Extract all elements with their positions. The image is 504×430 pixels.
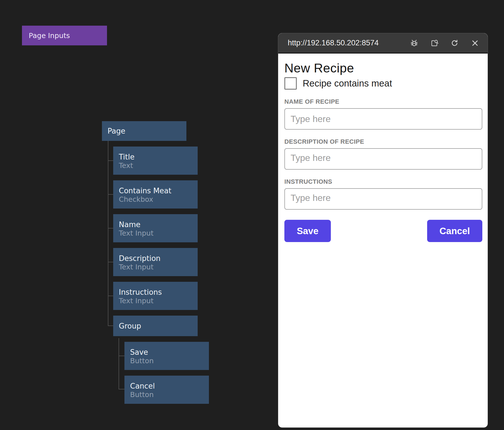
tree-node-contains-meat[interactable]: Contains Meat Checkbox: [113, 180, 198, 209]
contains-meat-checkbox[interactable]: [284, 77, 297, 90]
tree-node-cancel[interactable]: Cancel Button: [124, 376, 209, 404]
tree-node-title[interactable]: Title Text: [113, 147, 198, 175]
name-field-label: NAME OF RECIPE: [284, 98, 482, 105]
tree-node-label: Page: [108, 127, 125, 135]
debug-icon[interactable]: [410, 39, 418, 47]
tree-node-label: Group: [119, 322, 141, 330]
button-row: Save Cancel: [284, 220, 482, 242]
tree-node-type: Button: [130, 356, 203, 365]
instructions-field-label: INSTRUCTIONS: [284, 178, 482, 185]
tree-node-label: Name: [119, 220, 192, 229]
tree-connector-tick: [108, 262, 113, 262]
tree-node-label: Contains Meat: [119, 187, 192, 195]
tree-node-label: Save: [130, 348, 203, 356]
tree-connector-line-group: [119, 338, 119, 389]
tree-connector-tick: [119, 356, 124, 356]
tree-node-label: Description: [119, 254, 192, 263]
tree-node-type: Text: [119, 161, 192, 170]
refresh-icon[interactable]: [451, 39, 459, 47]
tree-connector-tick: [108, 160, 113, 161]
page-title: New Recipe: [284, 61, 482, 75]
tree-node-page[interactable]: Page: [102, 121, 186, 141]
tree-node-save[interactable]: Save Button: [124, 342, 209, 370]
titlebar-icon-row: [410, 39, 479, 47]
preview-window: http://192.168.50.202:8574: [278, 33, 488, 427]
close-icon[interactable]: [471, 39, 479, 47]
contains-meat-row: Recipe contains meat: [284, 77, 482, 90]
tree-node-label: Cancel: [130, 382, 203, 390]
contains-meat-label: Recipe contains meat: [303, 78, 392, 89]
tree-node-label: Title: [119, 153, 192, 161]
tree-node-type: Checkbox: [119, 195, 192, 204]
preview-content: New Recipe Recipe contains meat NAME OF …: [278, 54, 488, 242]
description-field-label: DESCRIPTION OF RECIPE: [284, 138, 482, 145]
instructions-input[interactable]: [284, 188, 482, 210]
tree-connector-tick: [108, 228, 113, 229]
save-button[interactable]: Save: [284, 220, 331, 242]
url-text[interactable]: http://192.168.50.202:8574: [288, 39, 379, 47]
tree-connector-tick: [108, 296, 113, 296]
tree-node-type: Text Input: [119, 263, 192, 271]
tree-node-description[interactable]: Description Text Input: [113, 248, 198, 276]
tree-connector-tick: [108, 325, 113, 326]
cancel-button[interactable]: Cancel: [427, 220, 482, 242]
tree-node-group[interactable]: Group: [113, 316, 198, 336]
tree-node-type: Button: [130, 390, 203, 399]
tree-node-instructions[interactable]: Instructions Text Input: [113, 282, 198, 310]
inspect-icon[interactable]: [430, 39, 439, 47]
tree-connector-tick: [108, 194, 113, 195]
preview-titlebar: http://192.168.50.202:8574: [278, 33, 488, 54]
tree-node-type: Text Input: [119, 296, 192, 305]
tree-node-type: Text Input: [119, 229, 192, 238]
tree-node-name[interactable]: Name Text Input: [113, 214, 198, 242]
description-input[interactable]: [284, 148, 482, 170]
name-input[interactable]: [284, 108, 482, 130]
tree-node-label: Instructions: [119, 288, 192, 296]
tree-connector-tick: [119, 389, 124, 389]
tree-connector-line: [108, 141, 108, 326]
page-inputs-chip[interactable]: Page Inputs: [22, 26, 107, 45]
page-inputs-label: Page Inputs: [29, 32, 70, 40]
app-canvas: Page Inputs Page Title Text Contains Mea…: [0, 0, 504, 430]
